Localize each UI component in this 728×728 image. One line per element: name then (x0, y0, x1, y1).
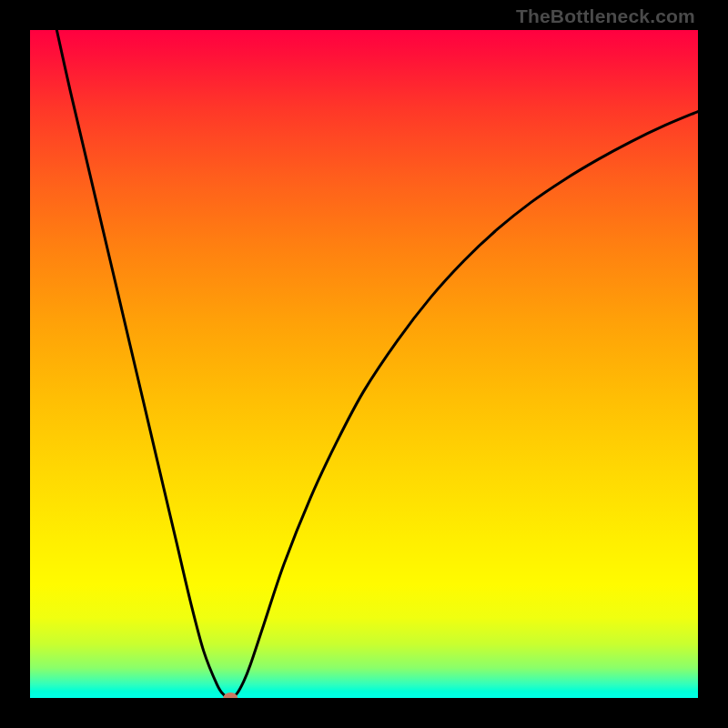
bottleneck-curve (56, 30, 698, 698)
chart-frame: TheBottleneck.com (0, 0, 728, 728)
plot-area (30, 30, 698, 698)
curve-layer (30, 30, 698, 698)
watermark-text: TheBottleneck.com (516, 5, 695, 27)
